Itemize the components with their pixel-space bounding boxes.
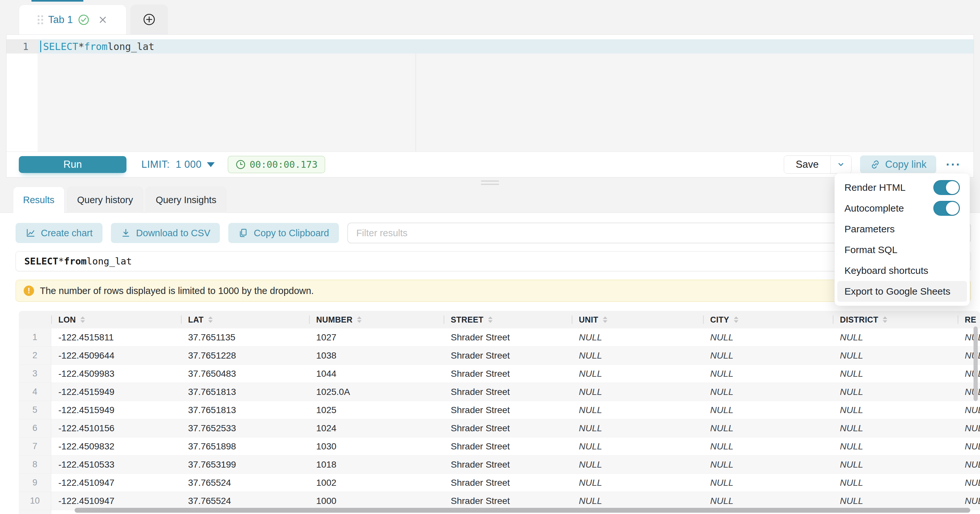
column-header[interactable]: LAT xyxy=(181,311,309,328)
sort-icon xyxy=(734,316,738,323)
table-cell: NULL xyxy=(833,401,958,419)
column-header-label: LON xyxy=(58,315,76,324)
table-cell: 1024 xyxy=(309,419,444,437)
clock-icon xyxy=(235,159,246,170)
menu-item-format-sql[interactable]: Format SQL xyxy=(837,239,967,260)
table-row: 4 -122.451594937.76518131025.0AShrader S… xyxy=(19,383,980,401)
tab-query-history[interactable]: Query history xyxy=(67,187,143,213)
table-cell: 1018 xyxy=(309,456,444,474)
table-cell: -122.4509644 xyxy=(51,346,181,365)
create-chart-label: Create chart xyxy=(41,228,93,238)
copy-clipboard-label: Copy to Clipboard xyxy=(254,228,329,238)
menu-item-label: Render HTML xyxy=(845,182,905,193)
table-row: 8 -122.451053337.76531991018Shrader Stre… xyxy=(19,456,980,474)
table-cell: NULL xyxy=(572,437,703,456)
table-cell: -122.4510156 xyxy=(51,419,181,437)
table-cell: NULL xyxy=(833,365,958,383)
row-number-cell: 1 xyxy=(19,328,51,346)
drag-handle-icon[interactable] xyxy=(38,15,43,24)
chevron-down-icon xyxy=(207,162,215,167)
warning-icon: ! xyxy=(24,286,34,296)
menu-item-parameters[interactable]: Parameters xyxy=(837,219,967,239)
table-cell: NULL xyxy=(703,346,833,365)
column-header-label: LAT xyxy=(188,315,204,324)
table-row: 6 -122.451015637.76525331024Shrader Stre… xyxy=(19,419,980,437)
table-cell: -122.4510947 xyxy=(51,492,181,510)
create-chart-button[interactable]: Create chart xyxy=(16,223,102,243)
run-button[interactable]: Run xyxy=(19,156,126,173)
table-cell: NULL xyxy=(958,419,980,437)
menu-item-render-html[interactable]: Render HTML xyxy=(837,177,967,198)
column-header[interactable]: UNIT xyxy=(572,311,703,328)
table-cell: 37.7651813 xyxy=(181,401,309,419)
column-header[interactable]: LON xyxy=(51,311,181,328)
more-options-button[interactable]: ··· xyxy=(946,158,961,171)
row-number-cell: 5 xyxy=(19,401,51,419)
panel-resize-handle[interactable] xyxy=(481,180,499,185)
table-cell: Shrader Street xyxy=(444,328,572,346)
vertical-scrollbar[interactable] xyxy=(974,326,978,401)
editor-tab-strip: Tab 1 xyxy=(0,0,980,34)
editor-active-line[interactable]: SELECT * from long_lat xyxy=(38,39,974,54)
table-cell: NULL xyxy=(833,383,958,401)
row-number-cell: 8 xyxy=(19,456,51,474)
download-csv-button[interactable]: Download to CSV xyxy=(111,223,220,243)
tab-query-insights[interactable]: Query Insights xyxy=(146,187,226,213)
sql-keyword: from xyxy=(64,256,87,267)
results-tab-strip: Results Query history Query Insights xyxy=(13,187,226,213)
sort-icon xyxy=(208,316,213,323)
download-icon xyxy=(121,228,131,238)
menu-item-label: Keyboard shortcuts xyxy=(845,265,928,276)
tab-label: Tab 1 xyxy=(48,14,73,26)
table-body: 1 -122.451581137.76511351027Shrader Stre… xyxy=(19,328,980,514)
column-header[interactable]: DISTRICT xyxy=(833,311,958,328)
table-cell: NULL xyxy=(833,346,958,365)
row-number-cell: 3 xyxy=(19,365,51,383)
editor-print-margin xyxy=(415,54,416,152)
sql-editor[interactable]: 1 SELECT * from long_lat xyxy=(6,35,974,152)
save-options-button[interactable] xyxy=(830,156,851,173)
table-cell: NULL xyxy=(833,437,958,456)
link-icon xyxy=(870,159,881,170)
row-limit-warning-banner: ! The number of rows displayed is limite… xyxy=(16,280,971,302)
table-cell: NULL xyxy=(572,492,703,510)
menu-item-keyboard-shortcuts[interactable]: Keyboard shortcuts xyxy=(837,260,967,281)
table-cell: Shrader Street xyxy=(444,492,572,510)
table-cell: NULL xyxy=(703,328,833,346)
table-cell: NULL xyxy=(703,401,833,419)
copy-link-button[interactable]: Copy link xyxy=(860,155,937,174)
menu-item-export-google-sheets[interactable]: Export to Google Sheets xyxy=(837,281,967,302)
table-row: 2 -122.450964437.76512281038Shrader Stre… xyxy=(19,346,980,365)
column-header[interactable]: NUMBER xyxy=(309,311,444,328)
tab-results[interactable]: Results xyxy=(13,187,65,213)
limit-dropdown[interactable]: LIMIT: 1 000 xyxy=(142,159,215,170)
render-html-toggle[interactable] xyxy=(933,180,960,195)
row-number-cell: 10 xyxy=(19,492,51,510)
menu-item-autocomplete[interactable]: Autocomplete xyxy=(837,198,967,219)
autocomplete-toggle[interactable] xyxy=(933,201,960,216)
editor-caret xyxy=(40,41,41,52)
column-header[interactable]: RE xyxy=(958,311,980,328)
menu-item-label: Autocomplete xyxy=(845,203,904,214)
table-cell: 37.7652533 xyxy=(181,419,309,437)
copy-link-label: Copy link xyxy=(885,159,927,170)
table-cell: NULL xyxy=(572,365,703,383)
copy-clipboard-button[interactable]: Copy to Clipboard xyxy=(228,223,339,243)
add-tab-button[interactable] xyxy=(130,5,168,34)
table-cell: NULL xyxy=(958,456,980,474)
row-number-cell: 9 xyxy=(19,474,51,492)
table-cell: NULL xyxy=(958,474,980,492)
save-button[interactable]: Save xyxy=(784,156,830,173)
table-cell: Shrader Street xyxy=(444,437,572,456)
table-cell: NULL xyxy=(833,456,958,474)
close-tab-icon[interactable] xyxy=(98,15,108,25)
horizontal-scrollbar[interactable] xyxy=(75,508,970,513)
tab-tab1[interactable]: Tab 1 xyxy=(19,5,126,34)
table-cell: -122.4515949 xyxy=(51,383,181,401)
column-header[interactable]: CITY xyxy=(703,311,833,328)
limit-label: LIMIT: 1 000 xyxy=(142,159,202,170)
column-header[interactable]: STREET xyxy=(444,311,572,328)
table-cell: NULL xyxy=(572,328,703,346)
table-cell: -122.4509983 xyxy=(51,365,181,383)
table-cell: Shrader Street xyxy=(444,383,572,401)
